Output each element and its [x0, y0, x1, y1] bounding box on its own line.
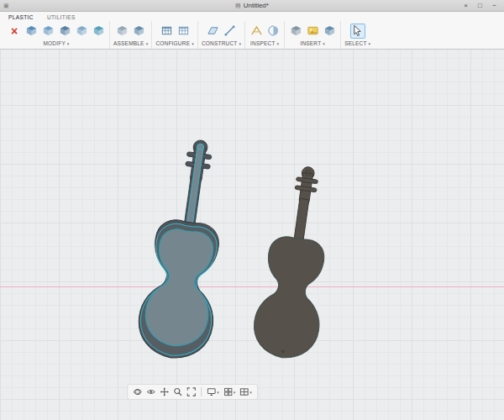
combine-icon[interactable]: [74, 24, 89, 39]
construct-axis-icon[interactable]: [223, 24, 238, 39]
group-select: SELECT ▾: [340, 21, 374, 49]
close-button[interactable]: ×: [459, 1, 472, 11]
configure-icon[interactable]: [159, 24, 174, 39]
offset-plane-icon[interactable]: [206, 24, 221, 39]
select-cursor-icon[interactable]: [350, 24, 365, 39]
look-at-icon[interactable]: [145, 386, 156, 397]
chevron-down-icon: ▾: [67, 41, 70, 46]
press-pull-icon[interactable]: [24, 24, 39, 39]
app-icon: ▣: [3, 3, 9, 9]
ribbon-toolbar: PLASTIC UTILITIES × MODIFY ▾ ASSEMBLE ▾: [0, 12, 504, 50]
group-inspect: INSPECT ▾: [244, 21, 284, 49]
group-label-inspect[interactable]: INSPECT ▾: [249, 39, 281, 48]
fillet-icon[interactable]: [40, 24, 55, 39]
tab-utilities[interactable]: UTILITIES: [47, 14, 76, 20]
grid-settings-icon[interactable]: ▾: [223, 386, 237, 397]
navbar-divider: [201, 387, 202, 396]
new-component-icon[interactable]: [115, 24, 130, 39]
delete-icon[interactable]: ×: [7, 24, 22, 39]
window-title-wrap: ▤Untitled*: [0, 2, 504, 9]
decal-icon[interactable]: [305, 24, 320, 39]
measure-icon[interactable]: [249, 24, 264, 39]
section-analysis-icon[interactable]: [265, 24, 281, 39]
viewports-icon[interactable]: ▾: [239, 386, 253, 397]
chevron-down-icon: ▾: [217, 390, 219, 395]
group-label-select[interactable]: SELECT ▾: [344, 39, 370, 48]
fit-icon[interactable]: [186, 386, 197, 397]
zoom-icon[interactable]: [172, 386, 183, 397]
chevron-down-icon: ▾: [277, 41, 280, 46]
group-construct: CONSTRUCT ▾: [197, 21, 244, 49]
chevron-down-icon: ▾: [369, 41, 371, 46]
group-label-configure[interactable]: CONFIGURE ▾: [155, 39, 194, 48]
insert-derive-icon[interactable]: [288, 24, 303, 39]
group-label-insert[interactable]: INSERT ▾: [288, 39, 337, 48]
group-assemble: ASSEMBLE ▾: [109, 21, 151, 49]
model-viewport[interactable]: ▾ ▾ ▾: [0, 46, 504, 420]
chevron-down-icon: ▾: [249, 390, 252, 395]
view-navigation-bar: ▾ ▾ ▾: [127, 384, 258, 400]
model-canvas: [0, 46, 504, 420]
insert-mesh-icon[interactable]: [322, 24, 337, 39]
group-label-construct[interactable]: CONSTRUCT ▾: [202, 39, 241, 48]
minimize-button[interactable]: −: [488, 1, 501, 11]
titlebar: ▣ ▤Untitled* × □ −: [0, 0, 504, 12]
chevron-down-icon: ▾: [239, 41, 241, 46]
split-body-icon[interactable]: [91, 24, 106, 39]
display-settings-icon[interactable]: ▾: [206, 386, 220, 397]
window-title: Untitled*: [244, 2, 269, 9]
maximize-button[interactable]: □: [474, 1, 486, 11]
violin-case-shell[interactable]: [134, 135, 239, 363]
orbit-icon[interactable]: [132, 386, 143, 397]
chevron-down-icon: ▾: [323, 41, 325, 46]
shell-icon[interactable]: [57, 24, 72, 39]
document-icon: ▤: [235, 3, 241, 8]
group-insert: INSERT ▾: [284, 21, 340, 49]
configuration-table-icon[interactable]: [176, 24, 191, 39]
tab-plastic[interactable]: PLASTIC: [8, 14, 34, 20]
pan-icon[interactable]: [159, 386, 170, 397]
group-label-modify[interactable]: MODIFY ▾: [7, 39, 106, 48]
tool-row: × MODIFY ▾ ASSEMBLE ▾ CONFIGURE ▾: [0, 21, 504, 49]
chevron-down-icon: ▾: [146, 41, 149, 46]
group-label-assemble[interactable]: ASSEMBLE ▾: [113, 39, 148, 48]
chevron-down-icon: ▾: [192, 41, 194, 46]
workspace-tabs: PLASTIC UTILITIES: [0, 12, 504, 21]
chevron-down-icon: ▾: [234, 390, 236, 395]
group-modify: × MODIFY ▾: [3, 21, 109, 49]
group-configure: CONFIGURE ▾: [151, 21, 197, 49]
violin-top-plate[interactable]: [250, 162, 341, 362]
joint-icon[interactable]: [132, 24, 147, 39]
